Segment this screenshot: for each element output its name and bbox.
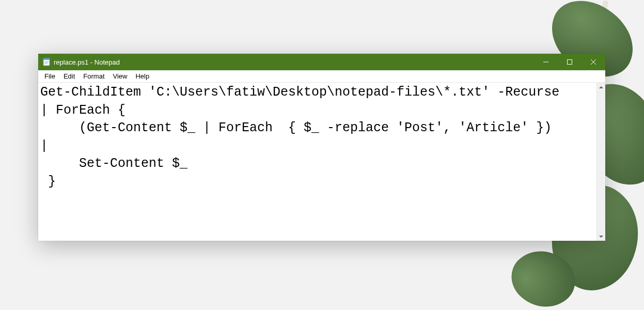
menu-file[interactable]: File bbox=[40, 71, 59, 81]
window-controls bbox=[534, 54, 605, 70]
minimize-button[interactable] bbox=[534, 54, 558, 70]
svg-rect-1 bbox=[43, 58, 50, 60]
scroll-track[interactable] bbox=[597, 91, 605, 232]
editor-area: Get-ChildItem 'C:\Users\fatiw\Desktop\no… bbox=[38, 83, 605, 241]
menu-edit[interactable]: Edit bbox=[59, 71, 79, 81]
close-button[interactable] bbox=[582, 54, 605, 70]
menubar: File Edit Format View Help bbox=[38, 70, 605, 83]
menu-view[interactable]: View bbox=[109, 71, 132, 81]
menu-help[interactable]: Help bbox=[131, 71, 153, 81]
maximize-button[interactable] bbox=[558, 54, 582, 70]
scroll-up-arrow[interactable] bbox=[597, 83, 605, 91]
titlebar[interactable]: replace.ps1 - Notepad bbox=[38, 54, 605, 70]
window-title: replace.ps1 - Notepad bbox=[54, 58, 534, 66]
text-editor[interactable]: Get-ChildItem 'C:\Users\fatiw\Desktop\no… bbox=[38, 83, 605, 241]
scroll-down-arrow[interactable] bbox=[597, 232, 605, 241]
svg-marker-9 bbox=[599, 86, 603, 88]
vertical-scrollbar[interactable] bbox=[596, 83, 605, 241]
svg-rect-6 bbox=[568, 60, 572, 65]
svg-marker-10 bbox=[599, 236, 603, 238]
notepad-icon bbox=[42, 58, 51, 66]
menu-format[interactable]: Format bbox=[79, 71, 108, 81]
notepad-window: replace.ps1 - Notepad File Edit Format V… bbox=[38, 54, 605, 241]
